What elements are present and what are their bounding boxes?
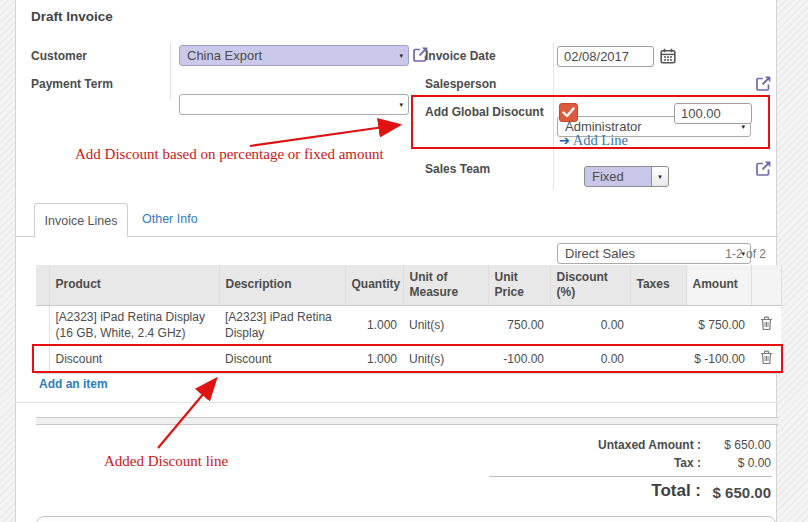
payment-term-label: Payment Term — [31, 77, 113, 91]
cell-uom[interactable]: Unit(s) — [403, 305, 488, 345]
select-button: ▾ — [651, 167, 668, 186]
untaxed-amount-label: Untaxed Amount : — [421, 438, 701, 452]
invoice-page: Draft Invoice Customer China Export ▾ Pa… — [0, 0, 808, 522]
trash-icon[interactable] — [760, 350, 773, 365]
pager[interactable]: 1-2 of 2 — [626, 247, 766, 261]
global-discount-checkbox[interactable] — [559, 103, 578, 122]
col-discount[interactable]: Discount (%) — [550, 265, 630, 305]
customer-label: Customer — [31, 49, 87, 63]
sales-team-label: Sales Team — [425, 162, 490, 176]
open-record-icon[interactable] — [755, 75, 772, 92]
payment-term-select[interactable]: ▾ — [179, 94, 409, 115]
untaxed-amount-value: $ 650.00 — [671, 438, 771, 452]
col-actions — [751, 265, 781, 305]
total-value: $ 650.00 — [671, 484, 771, 501]
invoice-lines-table: Product Description Quantity Unit of Mea… — [36, 265, 782, 374]
message-composer-box[interactable] — [36, 516, 776, 522]
cell-actions — [751, 345, 781, 373]
col-unit-price[interactable]: Unit Price — [488, 265, 550, 305]
arrow-right-icon: ➔ — [559, 133, 570, 148]
discount-amount-input[interactable]: 100.00 — [674, 103, 752, 124]
page-title: Draft Invoice — [31, 9, 113, 24]
tab-bar — [16, 236, 778, 237]
chevron-down-icon: ▾ — [658, 173, 662, 181]
total-label: Total : — [421, 481, 701, 501]
handle-header — [36, 265, 49, 305]
cell-discount[interactable]: 0.00 — [550, 305, 630, 345]
invoice-date-label: Invoice Date — [425, 49, 496, 63]
row-handle[interactable] — [36, 305, 49, 345]
cell-amount: $ 750.00 — [686, 305, 751, 345]
salesperson-label: Salesperson — [425, 77, 496, 91]
col-quantity[interactable]: Quantity — [345, 265, 403, 305]
invoice-date-value: 02/08/2017 — [564, 49, 629, 64]
checkmark-icon — [562, 107, 575, 118]
sheet-separator — [36, 417, 778, 425]
annotation-global-discount: Add Discount based on percentage or fixe… — [75, 146, 384, 163]
discount-type-value: Fixed — [592, 169, 624, 184]
customer-value: China Export — [187, 48, 262, 63]
tax-value: $ 0.00 — [671, 456, 771, 470]
cell-uom[interactable]: Unit(s) — [403, 345, 488, 373]
cell-description[interactable]: [A2323] iPad Retina Display — [219, 305, 345, 345]
cell-quantity[interactable]: 1.000 — [345, 305, 403, 345]
col-amount[interactable]: Amount — [686, 265, 751, 305]
table-header-row: Product Description Quantity Unit of Mea… — [36, 265, 781, 305]
col-taxes[interactable]: Taxes — [630, 265, 686, 305]
cell-quantity[interactable]: 1.000 — [345, 345, 403, 373]
invoice-line-row-discount[interactable]: Discount Discount 1.000 Unit(s) -100.00 … — [36, 345, 781, 373]
cell-description[interactable]: Discount — [219, 345, 345, 373]
form-divider-right — [553, 42, 554, 190]
add-an-item-link[interactable]: Add an item — [39, 377, 108, 391]
add-line-link[interactable]: ➔ Add Line — [559, 132, 628, 149]
trash-icon[interactable] — [760, 316, 773, 331]
cell-product[interactable]: [A2323] iPad Retina Display (16 GB, Whit… — [49, 305, 219, 345]
cell-unit-price[interactable]: 750.00 — [488, 305, 550, 345]
customer-select[interactable]: China Export ▾ — [179, 45, 409, 66]
invoice-line-row[interactable]: [A2323] iPad Retina Display (16 GB, Whit… — [36, 305, 781, 345]
col-description[interactable]: Description — [219, 265, 345, 305]
form-divider-left — [170, 42, 171, 100]
tab-other-info[interactable]: Other Info — [142, 212, 198, 226]
tax-label: Tax : — [421, 456, 701, 470]
chevron-down-icon: ▾ — [399, 52, 403, 60]
cell-amount: $ -100.00 — [686, 345, 751, 373]
discount-amount-value: 100.00 — [681, 106, 721, 121]
annotation-discount-line: Added Discount line — [104, 453, 228, 470]
row-handle[interactable] — [36, 345, 49, 373]
cell-taxes[interactable] — [630, 305, 686, 345]
cell-taxes[interactable] — [630, 345, 686, 373]
tab-invoice-lines[interactable]: Invoice Lines — [34, 203, 128, 237]
sales-team-value: Direct Sales — [565, 246, 635, 261]
totals-divider — [489, 476, 772, 477]
cell-unit-price[interactable]: -100.00 — [488, 345, 550, 373]
open-record-icon[interactable] — [755, 160, 772, 177]
discount-type-select[interactable]: Fixed ▾ — [584, 166, 669, 187]
cell-actions — [751, 305, 781, 345]
chevron-down-icon: ▾ — [399, 101, 403, 109]
tab-other-info-label: Other Info — [142, 212, 198, 226]
tab-invoice-lines-label: Invoice Lines — [45, 214, 118, 228]
content-panel: Draft Invoice Customer China Export ▾ Pa… — [15, 0, 777, 522]
global-discount-label: Add Global Disocunt — [425, 105, 544, 119]
cell-discount[interactable]: 0.00 — [550, 345, 630, 373]
calendar-icon[interactable] — [660, 48, 676, 64]
cell-product[interactable]: Discount — [49, 345, 219, 373]
add-line-label: Add Line — [573, 132, 628, 148]
invoice-date-input[interactable]: 02/08/2017 — [557, 46, 654, 67]
col-uom[interactable]: Unit of Measure — [403, 265, 488, 305]
section-divider — [16, 402, 778, 403]
col-product[interactable]: Product — [49, 265, 219, 305]
chevron-down-icon: ▾ — [741, 123, 745, 131]
